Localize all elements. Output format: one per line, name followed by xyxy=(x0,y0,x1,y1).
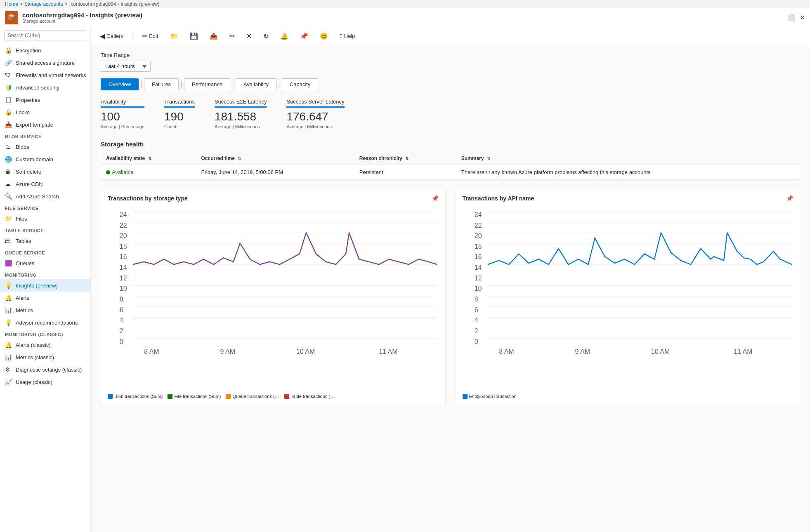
svg-text:12: 12 xyxy=(120,274,127,282)
restore-icon[interactable]: ⬜ xyxy=(787,14,796,21)
sidebar-icon-add-azure-search: 🔍 xyxy=(5,193,12,200)
sidebar-item-insights-preview[interactable]: 💡Insights (preview) xyxy=(0,279,90,292)
sidebar-item-advanced-security[interactable]: 🔰Advanced security xyxy=(0,81,90,94)
help-icon: ? xyxy=(340,33,342,39)
svg-text:11 AM: 11 AM xyxy=(379,348,397,355)
sidebar-item-shared-access-signature[interactable]: 🔗Shared access signature xyxy=(0,56,90,69)
col-occurred-time[interactable]: Occurred time ⇅ xyxy=(196,152,354,165)
svg-text:16: 16 xyxy=(120,253,127,260)
sidebar-label-properties: Properties xyxy=(16,97,40,103)
save-button[interactable]: 💾 xyxy=(187,31,201,42)
sort-icon-availability: ⇅ xyxy=(148,156,151,161)
storage-health-title: Storage health xyxy=(101,141,800,148)
sidebar-item-tables[interactable]: 🗃Tables xyxy=(0,235,90,247)
sidebar-item-usage-classic[interactable]: 📈Usage (classic) xyxy=(0,376,90,388)
sidebar-item-firewalls[interactable]: 🛡Firewalls and virtual networks xyxy=(0,69,90,81)
share-button[interactable]: 📤 xyxy=(207,31,220,42)
sidebar-item-metrics-classic[interactable]: 📊Metrics (classic) xyxy=(0,351,90,363)
sidebar-item-add-azure-search[interactable]: 🔍Add Azure Search xyxy=(0,190,90,202)
sidebar-icon-alerts: 🔔 xyxy=(5,294,12,301)
sidebar-item-export-template[interactable]: 📤Export template xyxy=(0,118,90,131)
tab-availability[interactable]: Availability xyxy=(236,78,276,90)
help-button[interactable]: ? Help xyxy=(337,31,358,41)
app-icon: 📦 xyxy=(5,11,18,24)
folder-button[interactable]: 📁 xyxy=(168,31,181,42)
alert-icon: 🔔 xyxy=(280,32,288,40)
legend-label-storage-2: Queue transactions (… xyxy=(232,394,279,399)
sidebar-item-encryption[interactable]: 🔒Encryption xyxy=(0,44,90,56)
time-range-select[interactable]: Last hourLast 4 hoursLast 12 hoursLast 2… xyxy=(101,61,151,72)
refresh-button[interactable]: ↻ xyxy=(261,31,271,42)
sidebar-label-usage-classic: Usage (classic) xyxy=(16,379,52,385)
sidebar-item-diagnostic-classic[interactable]: ⚙Diagnostic settings (classic) xyxy=(0,363,90,376)
available-dot xyxy=(106,170,110,174)
chart-svg-storage: 24 22 20 18 16 14 12 10 8 6 4 2 xyxy=(108,205,439,390)
sidebar-item-advisor-recommendations[interactable]: 💡Advisor recommendations xyxy=(0,316,90,329)
metric-sub-1: Count xyxy=(164,124,195,129)
tab-performance[interactable]: Performance xyxy=(184,78,230,90)
x-icon: ✕ xyxy=(246,32,252,40)
metric-item-3: Success Server Latency 176.647 Average |… xyxy=(286,99,344,129)
pin-button[interactable]: 📌 xyxy=(298,31,311,42)
svg-text:24: 24 xyxy=(474,211,482,218)
sort-icon-occurred: ⇅ xyxy=(238,156,241,161)
toolbar: ◀ Gallery ✏ Edit 📁 💾 📤 ✏ ✕ xyxy=(91,27,810,45)
breadcrumb-storage-accounts[interactable]: Storage accounts xyxy=(24,1,63,7)
svg-text:14: 14 xyxy=(474,264,482,271)
sidebar-item-custom-domain[interactable]: 🌐Custom domain xyxy=(0,153,90,165)
sidebar-item-azure-cdn[interactable]: ☁Azure CDN xyxy=(0,178,90,190)
sidebar-section-monitoring-(classic): Monitoring (classic) xyxy=(0,329,90,339)
sidebar-item-properties[interactable]: 📋Properties xyxy=(0,94,90,106)
breadcrumb-current: contosohrrrgdiag994 - Insights (preview) xyxy=(71,1,159,7)
pin-chart-storage-button[interactable]: 📌 xyxy=(432,195,439,202)
legend-storage-item-0: Blob transactions (Sum) xyxy=(108,394,163,399)
svg-text:10: 10 xyxy=(120,285,127,292)
col-availability-state[interactable]: Availability state ⇅ xyxy=(101,152,196,165)
svg-text:22: 22 xyxy=(120,221,127,229)
col-reason-chronicity[interactable]: Reason chronicity ⇅ xyxy=(354,152,456,165)
x-button[interactable]: ✕ xyxy=(244,31,254,42)
pin-chart-api-button[interactable]: 📌 xyxy=(786,195,793,202)
feedback-button[interactable]: 😊 xyxy=(317,31,331,42)
tab-capacity[interactable]: Capacity xyxy=(282,78,319,90)
metric-label-0: Availability xyxy=(101,99,144,105)
sidebar-item-metrics[interactable]: 📊Metrics xyxy=(0,304,90,316)
sidebar-item-alerts[interactable]: 🔔Alerts xyxy=(0,292,90,304)
toolbar-separator-1 xyxy=(132,32,133,40)
search-input[interactable] xyxy=(4,31,86,40)
svg-text:10: 10 xyxy=(474,285,482,292)
svg-text:8 AM: 8 AM xyxy=(499,348,514,355)
svg-text:18: 18 xyxy=(474,242,482,250)
sidebar-item-files[interactable]: 📁Files xyxy=(0,212,90,225)
chart-title-api: Transactions by API name xyxy=(463,195,534,202)
sidebar-item-locks[interactable]: 🔒Locks xyxy=(0,106,90,118)
storage-health-section: Storage health Availability state ⇅ Occu… xyxy=(101,141,800,180)
chart-transactions-api: Transactions by API name 📌 24 22 20 18 1… xyxy=(456,190,801,404)
sidebar-item-blobs[interactable]: 🗂Blobs xyxy=(0,141,90,153)
alert-button[interactable]: 🔔 xyxy=(278,31,291,42)
pin-icon: 📌 xyxy=(300,32,308,40)
sidebar-icon-firewalls: 🛡 xyxy=(5,72,12,78)
sidebar-item-queues[interactable]: 🟪Queues xyxy=(0,257,90,269)
chart-transactions-storage: Transactions by storage type 📌 24 22 20 … xyxy=(101,190,446,404)
sidebar-section-queue-service: Queue service xyxy=(0,247,90,257)
close-icon[interactable]: ✕ xyxy=(800,14,805,21)
metric-sub-3: Average | Milliseconds xyxy=(286,124,344,129)
chart-legend-api: EntityGroupTransaction xyxy=(463,394,793,399)
sidebar-item-alerts-classic[interactable]: 🔔Alerts (classic) xyxy=(0,339,90,351)
legend-storage-item-1: File transactions (Sum) xyxy=(168,394,221,399)
legend-dot-storage-1 xyxy=(168,394,172,399)
sidebar-icon-blobs: 🗂 xyxy=(5,144,12,150)
pencil-button[interactable]: ✏ xyxy=(227,31,237,42)
sidebar-item-soft-delete[interactable]: 🗑Soft delete xyxy=(0,165,90,178)
col-summary[interactable]: Summary ⇅ xyxy=(456,152,800,165)
tab-overview[interactable]: Overview xyxy=(101,78,139,90)
sidebar-icon-advisor-recommendations: 💡 xyxy=(5,319,12,326)
legend-label-storage-3: Table transactions (… xyxy=(291,394,335,399)
tab-failures[interactable]: Failures xyxy=(144,78,179,90)
sidebar-icon-locks: 🔒 xyxy=(5,109,12,115)
gallery-button[interactable]: ◀ Gallery xyxy=(97,31,126,42)
breadcrumb-home[interactable]: Home xyxy=(5,1,18,7)
header-actions: ⬜ ✕ xyxy=(787,14,805,21)
edit-button[interactable]: ✏ Edit xyxy=(139,31,161,42)
